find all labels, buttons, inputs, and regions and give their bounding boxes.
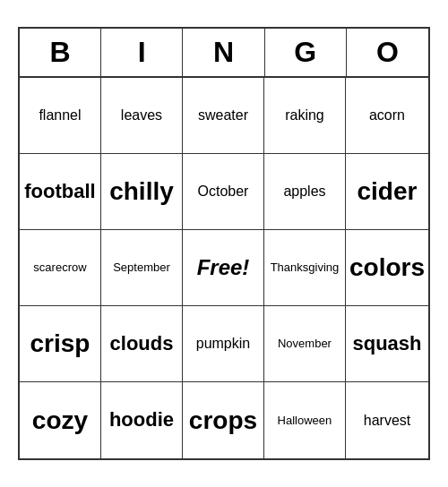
cell-text: squash <box>352 332 421 355</box>
cell-text: flannel <box>39 107 81 124</box>
cell-text: football <box>24 180 95 203</box>
bingo-cell[interactable]: sweater <box>183 78 264 154</box>
cell-text: cozy <box>32 406 88 436</box>
bingo-cell[interactable]: cider <box>346 154 428 230</box>
bingo-cell[interactable]: raking <box>264 78 346 154</box>
bingo-grid: flannelleavessweaterrakingacornfootballc… <box>20 78 428 458</box>
bingo-cell[interactable]: acorn <box>346 78 428 154</box>
cell-text: Free! <box>197 255 250 281</box>
bingo-cell[interactable]: cozy <box>20 382 101 458</box>
cell-text: raking <box>285 107 324 124</box>
bingo-cell[interactable]: squash <box>346 306 428 382</box>
bingo-header: BINGO <box>20 29 428 78</box>
cell-text: acorn <box>369 107 405 124</box>
bingo-cell[interactable]: October <box>183 154 264 230</box>
bingo-cell[interactable]: leaves <box>101 78 183 154</box>
cell-text: crops <box>189 406 257 436</box>
cell-text: harvest <box>364 412 410 429</box>
cell-text: Halloween <box>278 414 332 428</box>
header-letter: G <box>265 29 347 76</box>
bingo-cell[interactable]: crops <box>183 382 264 458</box>
header-letter: I <box>101 29 183 76</box>
cell-text: October <box>198 183 249 200</box>
bingo-cell[interactable]: colors <box>346 230 428 306</box>
cell-text: hoodie <box>109 408 174 431</box>
header-letter: N <box>183 29 264 76</box>
cell-text: chilly <box>109 176 174 207</box>
bingo-cell[interactable]: Free! <box>183 230 264 306</box>
bingo-cell[interactable]: football <box>20 154 101 230</box>
header-letter: O <box>347 29 428 76</box>
bingo-card: BINGO flannelleavessweaterrakingacornfoo… <box>18 27 430 460</box>
header-letter: B <box>20 29 101 76</box>
cell-text: leaves <box>121 107 162 124</box>
bingo-cell[interactable]: harvest <box>346 382 428 458</box>
bingo-cell[interactable]: pumpkin <box>183 306 264 382</box>
bingo-cell[interactable]: flannel <box>20 78 101 154</box>
cell-text: Thanksgiving <box>271 261 340 275</box>
bingo-cell[interactable]: Thanksgiving <box>264 230 346 306</box>
cell-text: colors <box>349 252 425 283</box>
cell-text: clouds <box>110 332 174 355</box>
bingo-cell[interactable]: chilly <box>101 154 183 230</box>
cell-text: apples <box>283 183 325 200</box>
bingo-cell[interactable]: apples <box>264 154 346 230</box>
cell-text: November <box>278 337 332 351</box>
cell-text: pumpkin <box>196 335 250 352</box>
bingo-cell[interactable]: scarecrow <box>20 230 101 306</box>
cell-text: cider <box>358 176 418 207</box>
cell-text: sweater <box>198 107 248 124</box>
bingo-cell[interactable]: Halloween <box>264 382 346 458</box>
cell-text: September <box>113 261 170 275</box>
bingo-cell[interactable]: September <box>101 230 183 306</box>
cell-text: scarecrow <box>33 261 86 275</box>
bingo-cell[interactable]: clouds <box>101 306 183 382</box>
bingo-cell[interactable]: hoodie <box>101 382 183 458</box>
cell-text: crisp <box>30 329 90 359</box>
bingo-cell[interactable]: November <box>264 306 346 382</box>
bingo-cell[interactable]: crisp <box>20 306 101 382</box>
